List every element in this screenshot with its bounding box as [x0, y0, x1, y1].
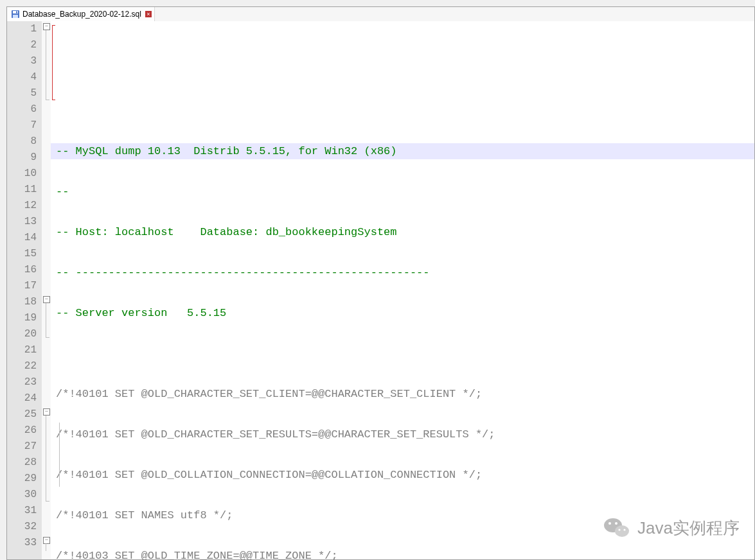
line-number: 11 — [12, 182, 42, 198]
file-tab[interactable]: Database_Backup_2020-02-12.sql × — [7, 7, 155, 21]
editor-area[interactable]: 1234567891011121314151617181920212223242… — [7, 21, 754, 559]
line-number: 15 — [12, 246, 42, 262]
code-line: -- Server version 5.5.15 — [51, 305, 754, 321]
line-number: 20 — [12, 326, 42, 342]
line-number: 22 — [12, 358, 42, 374]
line-number: 1 — [12, 21, 42, 37]
line-number: 26 — [12, 423, 42, 439]
line-number: 4 — [12, 69, 42, 85]
marker-margin — [7, 21, 12, 559]
line-number: 33 — [12, 535, 42, 551]
fold-toggle-icon[interactable]: − — [43, 408, 50, 416]
line-number: 12 — [12, 198, 42, 214]
line-number: 31 — [12, 503, 42, 519]
code-line: /*!40103 SET @OLD_TIME_ZONE=@@TIME_ZONE … — [51, 548, 754, 560]
code-line: -- Host: localhost Database: db_bookkeep… — [51, 224, 754, 240]
line-number: 29 — [12, 471, 42, 487]
line-number: 21 — [12, 342, 42, 358]
svg-rect-2 — [13, 15, 18, 18]
line-number: 24 — [12, 390, 42, 407]
line-number: 28 — [12, 455, 42, 471]
line-number: 27 — [12, 439, 42, 455]
line-number: 30 — [12, 487, 42, 503]
line-number: 17 — [12, 278, 42, 294]
line-number-gutter: 1234567891011121314151617181920212223242… — [12, 21, 42, 559]
line-number: 32 — [12, 519, 42, 535]
code-line: -- — [51, 184, 754, 200]
line-number: 7 — [12, 118, 42, 134]
code-content[interactable]: -- MySQL dump 10.13 Distrib 5.5.15, for … — [51, 21, 754, 559]
line-number: 18 — [12, 294, 42, 310]
line-number: 5 — [12, 85, 42, 101]
fold-toggle-icon[interactable]: − — [43, 23, 50, 30]
line-number: 19 — [12, 310, 42, 326]
line-number: 6 — [12, 101, 42, 118]
line-number: 13 — [12, 214, 42, 230]
line-number: 14 — [12, 230, 42, 246]
code-line — [51, 346, 754, 362]
fold-toggle-icon[interactable]: − — [43, 296, 50, 303]
code-line: /*!40101 SET @OLD_CHARACTER_SET_CLIENT=@… — [51, 386, 754, 402]
code-line: /*!40101 SET @OLD_COLLATION_CONNECTION=@… — [51, 467, 754, 483]
line-number: 10 — [12, 166, 42, 182]
line-number: 23 — [12, 374, 42, 390]
line-number: 9 — [12, 150, 42, 166]
code-line: /*!40101 SET NAMES utf8 */; — [51, 507, 754, 523]
close-tab-icon[interactable]: × — [145, 11, 152, 17]
line-number: 16 — [12, 262, 42, 278]
line-number: 2 — [12, 37, 42, 53]
code-line: -- -------------------------------------… — [51, 265, 754, 281]
svg-rect-3 — [16, 12, 17, 13]
line-number: 8 — [12, 134, 42, 150]
tab-bar: Database_Backup_2020-02-12.sql × — [7, 7, 754, 22]
code-line: /*!40101 SET @OLD_CHARACTER_SET_RESULTS=… — [51, 426, 754, 442]
editor-window: Database_Backup_2020-02-12.sql × 1234567… — [6, 6, 755, 560]
file-tab-label: Database_Backup_2020-02-12.sql — [22, 10, 141, 19]
line-number: 3 — [12, 53, 42, 69]
fold-toggle-icon[interactable]: − — [43, 537, 50, 544]
fold-margin: − − − − — [42, 21, 51, 559]
code-line: -- MySQL dump 10.13 Distrib 5.5.15, for … — [51, 143, 754, 159]
save-icon — [11, 10, 20, 19]
line-number: 25 — [12, 407, 42, 423]
